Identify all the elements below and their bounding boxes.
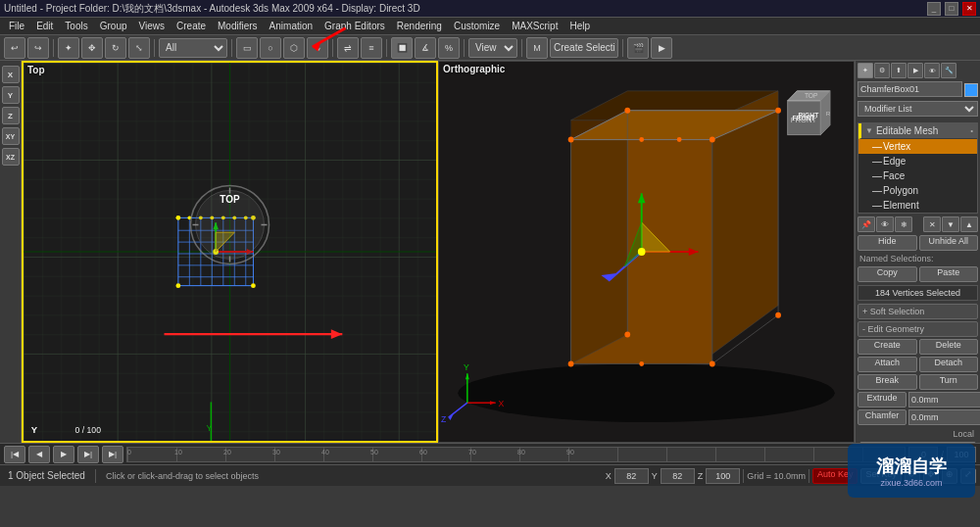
close-btn[interactable]: ✕ (962, 2, 976, 16)
modifier-list-dropdown[interactable]: Modifier List (858, 101, 978, 117)
turn-btn[interactable]: Turn (919, 374, 979, 390)
material-editor-btn[interactable]: M (526, 37, 548, 59)
circle-select-btn[interactable]: ○ (260, 37, 281, 59)
cp-utilities-icon[interactable]: 🔧 (941, 63, 956, 78)
chamfer-btn[interactable]: Chamfer (858, 409, 906, 425)
stack-element[interactable]: — Element (858, 198, 977, 213)
selection-set-input[interactable] (550, 38, 618, 58)
paste-btn[interactable]: Paste (919, 266, 979, 282)
stack-delete-btn[interactable]: ✕ (923, 216, 941, 232)
menu-create[interactable]: Create (172, 20, 211, 32)
percent-snap-btn[interactable]: % (438, 37, 460, 59)
align-btn[interactable]: ≡ (361, 37, 382, 59)
rotate-btn[interactable]: ↻ (105, 37, 126, 59)
quick-render-btn[interactable]: ▶ (651, 37, 672, 59)
lasso-select-btn[interactable]: ∿ (307, 37, 328, 59)
edit-geometry-header[interactable]: - Edit Geometry (858, 321, 978, 337)
tl-prev-frame-btn[interactable]: ◀ (28, 446, 50, 463)
redo-btn[interactable]: ↪ (27, 37, 49, 59)
tl-next-frame-btn[interactable]: ▶| (77, 446, 99, 463)
menu-animation[interactable]: Animation (265, 20, 318, 32)
undo-btn[interactable]: ↩ (4, 37, 25, 59)
rect-select-btn[interactable]: ▭ (236, 37, 258, 59)
scale-btn[interactable]: ⤡ (128, 37, 150, 59)
svg-point-73 (639, 137, 644, 142)
stack-edge[interactable]: — Edge (858, 154, 977, 168)
soft-selection-header[interactable]: + Soft Selection (858, 304, 978, 319)
menu-graph-editors[interactable]: Graph Editors (319, 20, 390, 32)
select-filter-dropdown[interactable]: All Geometry Shapes (159, 38, 227, 58)
menu-maxscript[interactable]: MAXScript (507, 20, 563, 32)
menu-edit[interactable]: Edit (31, 20, 58, 32)
stack-up-btn[interactable]: ▲ (960, 216, 978, 232)
hide-btn[interactable]: Hide (858, 235, 917, 251)
xz-axis-btn[interactable]: XZ (2, 148, 20, 166)
minimize-btn[interactable]: _ (927, 2, 941, 16)
stack-nav-row: 📌 👁 ❄ ✕ ▼ ▲ (856, 216, 980, 233)
attach-btn[interactable]: Attach (858, 357, 917, 372)
menu-tools[interactable]: Tools (60, 20, 92, 32)
menu-modifiers[interactable]: Modifiers (213, 20, 263, 32)
menu-customize[interactable]: Customize (449, 20, 505, 32)
cp-modify-icon[interactable]: ⚙ (874, 63, 890, 78)
xy-axis-btn[interactable]: XY (2, 127, 20, 145)
stack-pin-btn[interactable]: 📌 (858, 216, 875, 232)
detach-btn[interactable]: Detach (919, 357, 979, 372)
selection-status: 1 Object Selected (4, 470, 89, 481)
menu-file[interactable]: File (4, 20, 29, 32)
svg-point-25 (199, 216, 203, 219)
copy-btn[interactable]: Copy (858, 266, 917, 282)
render-btn[interactable]: 🎬 (627, 37, 649, 59)
viewport-perspective[interactable]: Orthographic (438, 61, 855, 443)
menu-views[interactable]: Views (134, 20, 171, 32)
mirror-btn[interactable]: ⇌ (337, 37, 359, 59)
sep1 (53, 39, 54, 57)
stack-show-btn[interactable]: 👁 (876, 216, 894, 232)
svg-text:Y: Y (464, 362, 469, 372)
extrude-btn[interactable]: Extrude (858, 392, 906, 407)
angle-snap-btn[interactable]: ∡ (415, 37, 436, 59)
snap-btn[interactable]: 🔲 (391, 37, 413, 59)
menu-help[interactable]: Help (564, 20, 595, 32)
maximize-btn[interactable]: □ (945, 2, 958, 16)
unhide-all-btn[interactable]: Unhide All (919, 235, 979, 251)
fence-select-btn[interactable]: ⬡ (283, 37, 305, 59)
stack-editable-mesh[interactable]: ▼ Editable Mesh • (858, 123, 977, 139)
x-axis-btn[interactable]: X (2, 66, 20, 83)
named-selections-label: Named Selections: (858, 253, 978, 264)
stack-polygon[interactable]: — Polygon (858, 183, 977, 198)
tl-go-end-btn[interactable]: ▶| (102, 446, 123, 463)
viewport-top[interactable]: Top Y (22, 61, 438, 443)
timeline-track[interactable]: 0 10 20 30 40 50 60 70 80 90 (126, 447, 906, 462)
stack-vertex[interactable]: — Vertex (858, 139, 977, 154)
viewport-dropdown[interactable]: View Screen (468, 38, 517, 58)
object-color-swatch[interactable] (964, 83, 978, 97)
create-btn[interactable]: Create (858, 339, 917, 355)
chamfer-value-input[interactable]: 0.0mm (908, 409, 980, 425)
break-btn[interactable]: Break (858, 374, 917, 390)
menu-rendering[interactable]: Rendering (392, 20, 447, 32)
move-btn[interactable]: ✥ (81, 37, 103, 59)
delete-btn[interactable]: Delete (919, 339, 979, 355)
tl-play-btn[interactable]: ▶ (53, 446, 74, 463)
stack-freeze-btn[interactable]: ❄ (895, 216, 912, 232)
cp-display-icon[interactable]: 👁 (924, 63, 940, 78)
stack-down-btn[interactable]: ▼ (942, 216, 959, 232)
x-coord-input[interactable] (614, 468, 649, 484)
object-name-field[interactable]: ChamferBox01 (858, 81, 962, 97)
slice-btn[interactable]: Slice (859, 442, 976, 443)
y-coord-input[interactable] (661, 468, 695, 484)
viewport-top-label-bar: Top (27, 65, 45, 75)
svg-point-70 (710, 360, 715, 366)
cp-motion-icon[interactable]: ▶ (907, 63, 923, 78)
extrude-value-input[interactable]: 0.0mm (908, 392, 980, 407)
stack-face[interactable]: — Face (858, 168, 977, 183)
y-axis-btn[interactable]: Y (2, 86, 20, 104)
menu-group[interactable]: Group (95, 20, 132, 32)
select-btn[interactable]: ✦ (58, 37, 79, 59)
cp-hierarchy-icon[interactable]: ⬆ (891, 63, 906, 78)
cp-create-icon[interactable]: ✦ (858, 63, 873, 78)
tl-go-start-btn[interactable]: |◀ (4, 446, 25, 463)
z-axis-btn[interactable]: Z (2, 107, 20, 124)
z-coord-input[interactable] (706, 468, 740, 484)
